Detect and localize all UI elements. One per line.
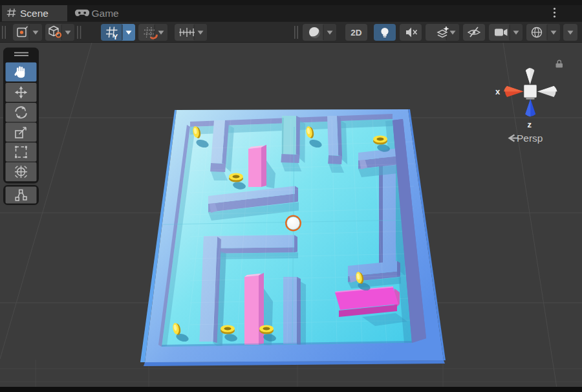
svg-text:z: z (528, 120, 532, 129)
svg-text:Scene: Scene (20, 8, 48, 19)
svg-text:Persp: Persp (517, 133, 543, 144)
svg-text:Game: Game (92, 8, 119, 19)
svg-text:Y: Y (113, 33, 118, 41)
svg-text:x: x (495, 87, 501, 96)
svg-text:2D: 2D (350, 28, 362, 38)
